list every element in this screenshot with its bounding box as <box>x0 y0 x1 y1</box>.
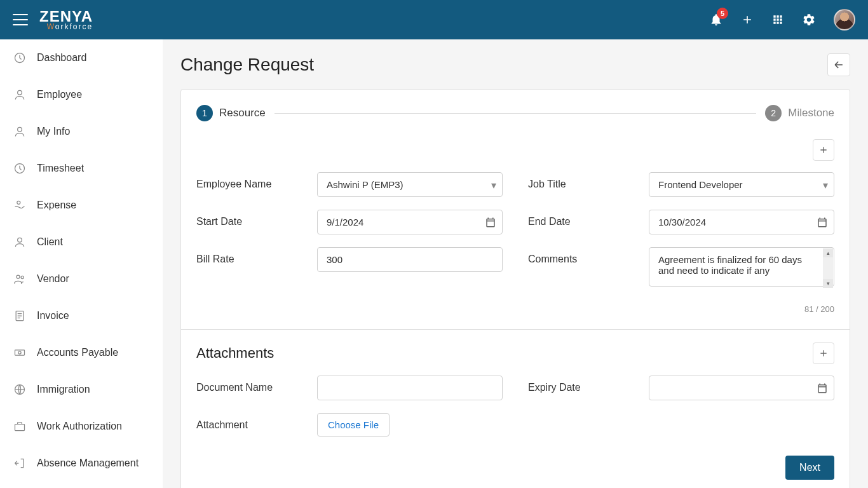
money-icon <box>13 346 27 360</box>
job-title-label: Job Title <box>528 172 636 190</box>
expiry-date-input[interactable] <box>649 376 834 400</box>
svg-point-1 <box>18 90 22 95</box>
person-icon <box>13 88 27 102</box>
exit-icon <box>13 456 27 470</box>
sidebar-item-label: Accounts Payable <box>37 347 118 358</box>
sidebar-item-work-authorization[interactable]: Work Authorization <box>0 408 163 445</box>
svg-point-7 <box>21 276 24 278</box>
bill-rate-label: Bill Rate <box>196 247 304 265</box>
user-avatar[interactable] <box>834 9 855 30</box>
attachments-title: Attachments <box>196 345 274 362</box>
topbar: ZENYA Workforce 5 <box>0 0 868 39</box>
start-date-input[interactable] <box>317 210 503 234</box>
sidebar-item-expense[interactable]: Expense <box>0 187 163 224</box>
globe-icon <box>13 383 27 396</box>
clock-icon <box>13 51 27 65</box>
clock-icon <box>13 161 27 175</box>
gear-icon[interactable] <box>802 13 816 27</box>
textarea-scrollbar[interactable]: ▴▾ <box>823 248 833 288</box>
sidebar-item-label: Invoice <box>37 310 69 322</box>
svg-point-4 <box>17 201 20 204</box>
sidebar-item-absence-management[interactable]: Absence Management <box>0 445 163 482</box>
svg-point-5 <box>18 238 22 242</box>
comments-textarea[interactable]: Agreement is finalized for 60 days and n… <box>649 247 834 287</box>
sidebar: Dashboard Employee My Info Timesheet Exp… <box>0 39 163 488</box>
svg-point-10 <box>18 351 21 354</box>
sidebar-item-label: Timesheet <box>37 163 84 174</box>
sidebar-item-label: Immigration <box>37 384 90 395</box>
sidebar-item-files[interactable]: Files <box>0 482 163 488</box>
sidebar-item-label: Expense <box>37 200 76 211</box>
sidebar-item-immigration[interactable]: Immigration <box>0 371 163 408</box>
sidebar-item-my-info[interactable]: My Info <box>0 113 163 150</box>
step-resource[interactable]: 1 Resource <box>196 105 266 121</box>
svg-point-2 <box>18 127 22 132</box>
sidebar-item-client[interactable]: Client <box>0 224 163 261</box>
back-button[interactable] <box>827 53 850 76</box>
svg-rect-12 <box>15 424 25 431</box>
apps-grid-icon[interactable] <box>771 13 784 26</box>
expiry-date-label: Expiry Date <box>528 376 636 393</box>
plus-icon[interactable] <box>741 13 754 26</box>
sidebar-item-label: Employee <box>37 89 82 100</box>
main-content: Change Request 1 Resource 2 Milestone <box>163 39 868 488</box>
sidebar-item-label: Dashboard <box>37 52 86 64</box>
sidebar-item-label: Vendor <box>37 273 69 285</box>
sidebar-item-employee[interactable]: Employee <box>0 76 163 113</box>
sidebar-item-label: Work Authorization <box>37 421 122 432</box>
employee-name-select[interactable]: Ashwini P (EMP3) <box>317 172 503 197</box>
person-icon <box>13 125 27 139</box>
sidebar-item-timesheet[interactable]: Timesheet <box>0 150 163 187</box>
start-date-label: Start Date <box>196 210 304 227</box>
sidebar-item-label: My Info <box>37 126 70 137</box>
svg-point-6 <box>17 275 20 278</box>
page-title: Change Request <box>180 55 314 75</box>
document-icon <box>13 309 27 323</box>
document-name-label: Document Name <box>196 376 304 393</box>
form-card: 1 Resource 2 Milestone Employee Name <box>180 89 850 488</box>
sidebar-item-dashboard[interactable]: Dashboard <box>0 39 163 76</box>
next-button[interactable]: Next <box>785 456 834 480</box>
add-resource-button[interactable] <box>813 139 834 161</box>
step-milestone[interactable]: 2 Milestone <box>765 105 834 121</box>
end-date-input[interactable] <box>649 210 834 234</box>
document-name-input[interactable] <box>317 376 503 400</box>
attachment-label: Attachment <box>196 413 304 431</box>
notification-badge: 5 <box>717 8 728 19</box>
employee-name-label: Employee Name <box>196 172 304 190</box>
job-title-select[interactable]: Frontend Developer <box>649 172 834 197</box>
choose-file-button[interactable]: Choose File <box>317 413 390 437</box>
person-icon <box>13 235 27 249</box>
menu-toggle-icon[interactable] <box>13 14 28 25</box>
sidebar-item-accounts-payable[interactable]: Accounts Payable <box>0 334 163 371</box>
sidebar-item-label: Absence Management <box>37 458 139 469</box>
comments-label: Comments <box>528 247 636 265</box>
sidebar-item-invoice[interactable]: Invoice <box>0 297 163 334</box>
svg-rect-9 <box>15 350 25 355</box>
add-attachment-button[interactable] <box>813 342 834 364</box>
people-icon <box>13 272 27 286</box>
sidebar-item-label: Client <box>37 236 63 248</box>
hand-coins-icon <box>13 198 27 212</box>
stepper: 1 Resource 2 Milestone <box>196 105 834 121</box>
divider <box>181 329 850 330</box>
briefcase-icon <box>13 419 27 433</box>
bell-icon[interactable]: 5 <box>709 13 723 27</box>
comments-counter: 81 / 200 <box>196 304 834 314</box>
brand-logo: ZENYA Workforce <box>39 8 93 31</box>
end-date-label: End Date <box>528 210 636 227</box>
sidebar-item-vendor[interactable]: Vendor <box>0 261 163 297</box>
bill-rate-input[interactable] <box>317 247 503 272</box>
